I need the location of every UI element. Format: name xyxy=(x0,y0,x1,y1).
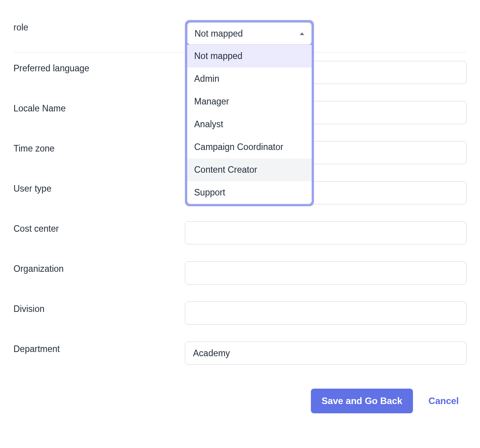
department-field xyxy=(185,342,467,365)
form-row-department: Department xyxy=(13,333,467,373)
role-option-manager[interactable]: Manager xyxy=(187,90,312,113)
role-select-value: Not mapped xyxy=(195,29,243,39)
role-label: role xyxy=(13,20,185,33)
cost-center-label: Cost center xyxy=(13,221,185,234)
organization-field xyxy=(185,261,467,285)
department-input[interactable] xyxy=(185,342,467,365)
chevron-up-icon xyxy=(300,32,304,35)
role-select-trigger[interactable]: Not mapped xyxy=(187,22,312,45)
division-label: Division xyxy=(13,301,185,314)
role-select-wrapper: Not mapped Not mapped Admin Manager Anal… xyxy=(185,20,314,206)
button-row: Save and Go Back Cancel xyxy=(13,389,467,413)
role-dropdown-panel: Not mapped Admin Manager Analyst Campaig… xyxy=(187,45,312,204)
form-row-cost-center: Cost center xyxy=(13,213,467,253)
user-type-label: User type xyxy=(13,181,185,194)
locale-name-label: Locale Name xyxy=(13,101,185,114)
role-option-admin[interactable]: Admin xyxy=(187,67,312,90)
role-option-not-mapped[interactable]: Not mapped xyxy=(187,45,312,67)
organization-label: Organization xyxy=(13,261,185,274)
preferred-language-label: Preferred language xyxy=(13,61,185,74)
role-option-support[interactable]: Support xyxy=(187,181,312,204)
organization-input[interactable] xyxy=(185,261,467,285)
cancel-button[interactable]: Cancel xyxy=(428,396,459,406)
role-select-frame: Not mapped Not mapped Admin Manager Anal… xyxy=(185,20,314,206)
division-input[interactable] xyxy=(185,301,467,325)
form-row-division: Division xyxy=(13,293,467,333)
cost-center-field xyxy=(185,221,467,244)
role-option-analyst[interactable]: Analyst xyxy=(187,113,312,136)
department-label: Department xyxy=(13,342,185,354)
form-row-role: role Not mapped Not mapped Admin Manager… xyxy=(13,12,467,52)
role-option-content-creator[interactable]: Content Creator xyxy=(187,158,312,181)
form-row-organization: Organization xyxy=(13,253,467,293)
save-button[interactable]: Save and Go Back xyxy=(311,389,413,413)
division-field xyxy=(185,301,467,325)
role-option-campaign-coordinator[interactable]: Campaign Coordinator xyxy=(187,136,312,158)
role-dropdown-overlay: Not mapped Not mapped Admin Manager Anal… xyxy=(185,20,314,206)
time-zone-label: Time zone xyxy=(13,141,185,154)
cost-center-input[interactable] xyxy=(185,221,467,244)
form-container: role Not mapped Not mapped Admin Manager… xyxy=(13,12,467,413)
